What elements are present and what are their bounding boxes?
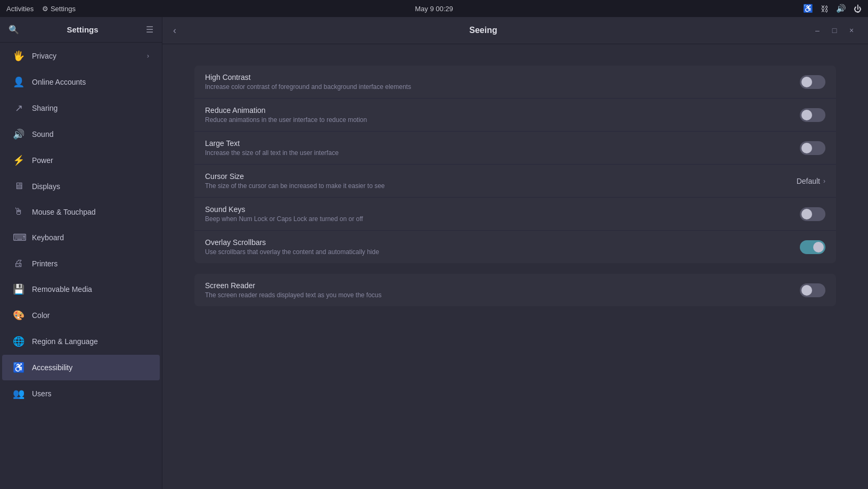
sound-keys-text: Sound Keys Beep when Num Lock or Caps Lo… xyxy=(205,205,789,223)
screen-reader-toggle-thumb xyxy=(801,285,812,296)
sidebar-label-mouse-touchpad: Mouse & Touchpad xyxy=(32,208,149,216)
high-contrast-toggle[interactable] xyxy=(800,75,825,89)
sidebar-label-accessibility: Accessibility xyxy=(32,363,149,372)
sidebar-item-displays[interactable]: 🖥 Displays xyxy=(2,174,160,199)
activities-button[interactable]: Activities xyxy=(6,5,34,13)
reduce-animation-desc: Reduce animations in the user interface … xyxy=(205,116,789,124)
large-text-text: Large Text Increase the size of all text… xyxy=(205,139,789,157)
sidebar-item-removable-media[interactable]: 💾 Removable Media xyxy=(2,276,160,302)
cursor-size-value-label: Default xyxy=(797,177,820,185)
cursor-size-text: Cursor Size The size of the cursor can b… xyxy=(205,172,797,190)
printers-icon: 🖨 xyxy=(13,258,24,269)
main-window: 🔍 Settings ☰ 🖐 Privacy › 👤 Online Accoun… xyxy=(0,17,868,489)
sidebar-item-region-language[interactable]: 🌐 Region & Language xyxy=(2,329,160,354)
topbar-right: ♿ ⛓ 🔊 ⏻ xyxy=(803,4,862,13)
reduce-animation-toggle-track[interactable] xyxy=(800,108,825,122)
region-icon: 🌐 xyxy=(13,336,24,347)
large-text-toggle-thumb xyxy=(801,143,812,153)
sidebar-item-users[interactable]: 👥 Users xyxy=(2,381,160,406)
sidebar-items-list: 🖐 Privacy › 👤 Online Accounts ↗ Sharing … xyxy=(0,43,162,489)
sidebar-item-privacy[interactable]: 🖐 Privacy › xyxy=(2,43,160,69)
sidebar-label-displays: Displays xyxy=(32,182,149,191)
sidebar-item-sharing[interactable]: ↗ Sharing xyxy=(2,95,160,121)
overlay-scrollbars-toggle-track[interactable] xyxy=(800,240,825,254)
screen-reader-toggle-track[interactable] xyxy=(800,283,825,297)
sidebar-item-sound[interactable]: 🔊 Sound xyxy=(2,121,160,147)
power-icon[interactable]: ⏻ xyxy=(854,4,862,13)
volume-icon[interactable]: 🔊 xyxy=(836,4,846,13)
accessibility-sidebar-icon: ♿ xyxy=(13,362,24,373)
back-button[interactable]: ‹ xyxy=(173,25,176,36)
reduce-animation-toggle[interactable] xyxy=(800,108,825,122)
sidebar-header: 🔍 Settings ☰ xyxy=(0,17,162,43)
sound-keys-toggle-thumb xyxy=(801,209,812,219)
page-title: Seeing xyxy=(184,26,783,35)
sidebar-label-region-language: Region & Language xyxy=(32,337,149,346)
sidebar-item-power[interactable]: ⚡ Power xyxy=(2,148,160,173)
sidebar-item-keyboard[interactable]: ⌨ Keyboard xyxy=(2,225,160,250)
window-controls: – □ × xyxy=(812,25,857,36)
cursor-size-arrow-icon: › xyxy=(823,177,825,185)
sidebar-label-keyboard: Keyboard xyxy=(32,233,149,242)
reduce-animation-toggle-thumb xyxy=(801,110,812,120)
high-contrast-row: High Contrast Increase color contrast of… xyxy=(194,66,836,99)
screen-reader-row: Screen Reader The screen reader reads di… xyxy=(194,274,836,306)
large-text-toggle-track[interactable] xyxy=(800,141,825,155)
sidebar-label-privacy: Privacy xyxy=(32,52,140,60)
sidebar-label-sound: Sound xyxy=(32,130,149,138)
sidebar-item-accessibility[interactable]: ♿ Accessibility xyxy=(2,355,160,380)
topbar-datetime: May 9 00:29 xyxy=(415,5,453,13)
sharing-icon: ↗ xyxy=(13,102,24,114)
sound-keys-toggle[interactable] xyxy=(800,207,825,221)
sidebar: 🔍 Settings ☰ 🖐 Privacy › 👤 Online Accoun… xyxy=(0,17,162,489)
content-area: ‹ Seeing – □ × High Contrast Increase co… xyxy=(162,17,868,489)
large-text-desc: Increase the size of all text in the use… xyxy=(205,149,789,157)
high-contrast-title: High Contrast xyxy=(205,73,789,82)
overlay-scrollbars-toggle[interactable] xyxy=(800,240,825,254)
content-header: ‹ Seeing – □ × xyxy=(162,17,868,44)
settings-group-seeing: High Contrast Increase color contrast of… xyxy=(194,66,836,263)
screen-reader-text: Screen Reader The screen reader reads di… xyxy=(205,281,789,299)
overlay-scrollbars-row: Overlay Scrollbars Use scrollbars that o… xyxy=(194,231,836,263)
large-text-toggle[interactable] xyxy=(800,141,825,155)
sidebar-label-printers: Printers xyxy=(32,259,149,268)
reduce-animation-title: Reduce Animation xyxy=(205,106,789,115)
privacy-arrow-icon: › xyxy=(147,52,149,60)
settings-content: High Contrast Increase color contrast of… xyxy=(162,44,868,489)
settings-menu[interactable]: ⚙ Settings xyxy=(42,5,76,13)
keyboard-icon: ⌨ xyxy=(13,232,24,243)
sidebar-item-color[interactable]: 🎨 Color xyxy=(2,303,160,328)
maximize-button[interactable]: □ xyxy=(829,25,840,36)
high-contrast-toggle-thumb xyxy=(801,77,812,87)
overlay-scrollbars-title: Overlay Scrollbars xyxy=(205,238,789,247)
screen-reader-title: Screen Reader xyxy=(205,281,789,290)
search-icon[interactable]: 🔍 xyxy=(9,25,19,35)
high-contrast-text: High Contrast Increase color contrast of… xyxy=(205,73,789,91)
network-icon[interactable]: ⛓ xyxy=(821,4,829,13)
overlay-scrollbars-toggle-thumb xyxy=(813,242,824,252)
topbar-left: Activities ⚙ Settings xyxy=(6,5,76,13)
users-icon: 👥 xyxy=(13,388,24,400)
sidebar-label-power: Power xyxy=(32,156,149,165)
close-button[interactable]: × xyxy=(846,25,857,36)
sidebar-label-online-accounts: Online Accounts xyxy=(32,78,149,86)
settings-group-screen-reader: Screen Reader The screen reader reads di… xyxy=(194,274,836,306)
screen-reader-toggle[interactable] xyxy=(800,283,825,297)
minimize-button[interactable]: – xyxy=(812,25,823,36)
high-contrast-desc: Increase color contrast of foreground an… xyxy=(205,83,789,91)
menu-icon[interactable]: ☰ xyxy=(146,25,153,35)
accessibility-icon[interactable]: ♿ xyxy=(803,4,813,13)
overlay-scrollbars-desc: Use scrollbars that overlay the content … xyxy=(205,248,789,256)
sidebar-item-online-accounts[interactable]: 👤 Online Accounts xyxy=(2,69,160,95)
privacy-icon: 🖐 xyxy=(13,50,24,62)
cursor-size-selector[interactable]: Default › xyxy=(797,177,825,185)
sound-keys-row: Sound Keys Beep when Num Lock or Caps Lo… xyxy=(194,198,836,231)
sidebar-item-printers[interactable]: 🖨 Printers xyxy=(2,251,160,276)
high-contrast-toggle-track[interactable] xyxy=(800,75,825,89)
sound-keys-toggle-track[interactable] xyxy=(800,207,825,221)
large-text-title: Large Text xyxy=(205,139,789,148)
topbar: Activities ⚙ Settings May 9 00:29 ♿ ⛓ 🔊 … xyxy=(0,0,868,17)
cursor-size-row: Cursor Size The size of the cursor can b… xyxy=(194,165,836,198)
sidebar-item-mouse-touchpad[interactable]: 🖱 Mouse & Touchpad xyxy=(2,199,160,224)
sidebar-title: Settings xyxy=(67,25,98,34)
